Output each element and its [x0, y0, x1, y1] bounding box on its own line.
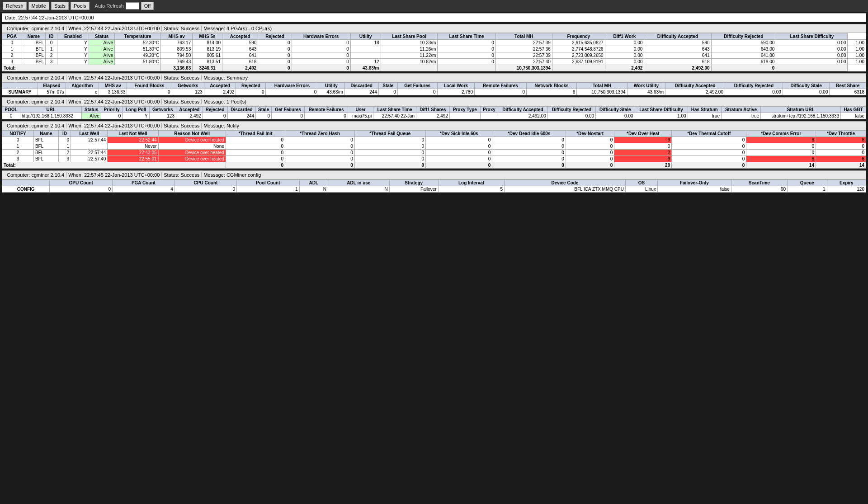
notify-total-label: Total: [2, 162, 226, 169]
col-temp: Temperature [115, 33, 161, 40]
pga-mhs-5s: 813.19 [193, 46, 222, 52]
p-discarded: 244 [227, 113, 255, 119]
summary-when: When: 22:57:44 22-Jan-2013 UTC+00:00 [66, 75, 162, 80]
pga-hw-errors: 0 [292, 40, 350, 46]
pga-table: PGA Name ID Enabled Status Temperature M… [2, 33, 866, 71]
table-row: 3 BFL 3 22:57:40 22:55:01 Device over he… [2, 156, 866, 162]
p-col-has-stratum: Has Stratum [688, 107, 721, 113]
pga-utility: 12 [350, 59, 381, 65]
pga-last-share-util: 10.33/m [381, 40, 438, 46]
pga-enabled: Y [57, 46, 89, 52]
pga-utility [350, 46, 381, 52]
total-diff-accepted: 2,492.00 [644, 65, 711, 71]
pga-mhs-5s: 813.51 [193, 59, 222, 65]
config-table: GPU Count PGA Count CPU Count Pool Count… [2, 179, 866, 193]
pga-rejected: 0 [258, 40, 292, 46]
pga-last-share-diff: 1.00 [848, 59, 866, 65]
notify-table: NOTIFY Name ID Last Well Last Not Well R… [2, 130, 866, 169]
s-col-label [2, 83, 38, 89]
p-url: http://192.168.1.150:8332 [20, 113, 82, 119]
n-dn: 0 [566, 143, 614, 150]
pga-last-share-time: 22:57:39 [495, 40, 552, 46]
n-dtc: 0 [672, 150, 746, 156]
config-status: Status: Success [162, 172, 202, 178]
pga-mhs-5s: 805.61 [193, 52, 222, 59]
p-col-url: URL [20, 107, 82, 113]
s-algo: c [66, 89, 99, 95]
n-last-not-well: 22:43:05 [108, 150, 158, 156]
p-getworks: 123 [149, 113, 176, 119]
off-button[interactable]: Off [141, 2, 154, 10]
total-last-share-diff [776, 65, 848, 71]
p-remote-failures: 0 [305, 113, 348, 119]
pga-hw-errors: 0 [292, 52, 350, 59]
n-tzh: 0 [285, 156, 355, 162]
pga-num: 3 [2, 59, 22, 65]
pga-section: Computer: cgminer 2.10.4 When: 22:57:44 … [2, 24, 866, 71]
n-col-name: Name [33, 131, 58, 137]
pga-name: BFL [22, 46, 45, 52]
c-pga-count: 4 [113, 186, 175, 193]
p-last-share-time: 22:57:40 22-Jan [373, 113, 416, 119]
p-col-proxy-type: Proxy Type [449, 107, 480, 113]
pga-total-mh: 2,637,109.9191 [552, 59, 605, 65]
n-dn: 0 [566, 156, 614, 162]
n-col-dtc: *Dev Thermal Cutoff [672, 131, 746, 137]
pools-button[interactable]: Pools [71, 2, 90, 10]
n-total-dce: 14 [746, 162, 816, 169]
p-col-diff-accepted: Difficulty Accepted [498, 107, 548, 113]
s-discarded: 244 [344, 89, 378, 95]
pga-mhs-av: 809.53 [161, 46, 193, 52]
p-col-has-gbt: Has GBT [841, 107, 866, 113]
pga-message: Message: 4 PGA(s) - 0 CPU(s) [202, 26, 274, 31]
p-stratum-url: stratum+tcp://192.168.1.150:3333 [761, 113, 841, 119]
n-doh: 0 [614, 143, 672, 150]
s-getworks: 123 [172, 89, 204, 95]
pool-status: Status: Success [162, 99, 202, 104]
s-col-diff-stale: Difficulty Stale [783, 83, 830, 89]
s-col-remote-failures: Remote Failures [474, 83, 526, 89]
pga-id: 2 [45, 52, 57, 59]
pga-frequency: 0.00 [605, 46, 644, 52]
refresh-button[interactable]: Refresh [3, 2, 27, 10]
c-col-pga-count: PGA Count [113, 180, 175, 186]
n-total-dth: 14 [816, 162, 866, 169]
c-col-os: OS [625, 180, 657, 186]
stats-button[interactable]: Stats [51, 2, 69, 10]
summary-header: Computer: cgminer 2.10.4 When: 22:57:44 … [2, 73, 866, 82]
c-failover: false [657, 186, 731, 193]
total-mhs-5s: 3246.31 [193, 65, 222, 71]
pga-last-share-pool: 0 [438, 46, 495, 52]
pga-temp: 52.30°C [115, 40, 161, 46]
table-row: 0 BFL 0 Y Alive 52.30°C 763.17 814.00 59… [2, 40, 866, 46]
pga-mhs-av: 794.50 [161, 52, 193, 59]
n-tfi: 0 [226, 137, 285, 143]
s-col-diff-rejected: Difficulty Rejected [725, 83, 783, 89]
n-tfi: 0 [226, 143, 285, 150]
notify-section: Computer: cgminer 2.10.4 When: 22:57:44 … [2, 121, 866, 169]
mobile-button[interactable]: Mobile [28, 2, 49, 10]
n-col-dn: *Dev Nostart [566, 131, 614, 137]
s-remote-failures: 0 [474, 89, 526, 95]
pga-enabled: Y [57, 52, 89, 59]
c-col-cpu-count: CPU Count [175, 180, 236, 186]
col-diff1-work: Diff1 Work [605, 33, 644, 40]
table-row: 2 BFL 2 Y Alive 49.20°C 794.50 805.61 64… [2, 52, 866, 59]
notify-total-row: Total: 0 0 0 0 0 0 20 0 14 14 [2, 162, 866, 169]
n-total-tfi: 0 [226, 162, 285, 169]
p-col-proxy: Proxy [480, 107, 498, 113]
pga-temp: 51.30°C [115, 46, 161, 52]
n-id: 2 [58, 150, 71, 156]
s-col-mhs-av: MHS av [99, 83, 127, 89]
n-tzh: 0 [285, 137, 355, 143]
s-local-work: 2,780 [437, 89, 474, 95]
s-col-stale: Stale [378, 83, 397, 89]
n-dce: 6 [746, 156, 816, 162]
n-total-dn: 0 [566, 162, 614, 169]
autorefresh-input[interactable]: 0 [126, 2, 139, 9]
pga-status: Alive [89, 40, 114, 46]
pga-last-share-pool: 0 [438, 40, 495, 46]
pga-frequency: 0.00 [605, 40, 644, 46]
s-col-utility: Utility [318, 83, 345, 89]
n-tfq: 0 [354, 143, 425, 150]
